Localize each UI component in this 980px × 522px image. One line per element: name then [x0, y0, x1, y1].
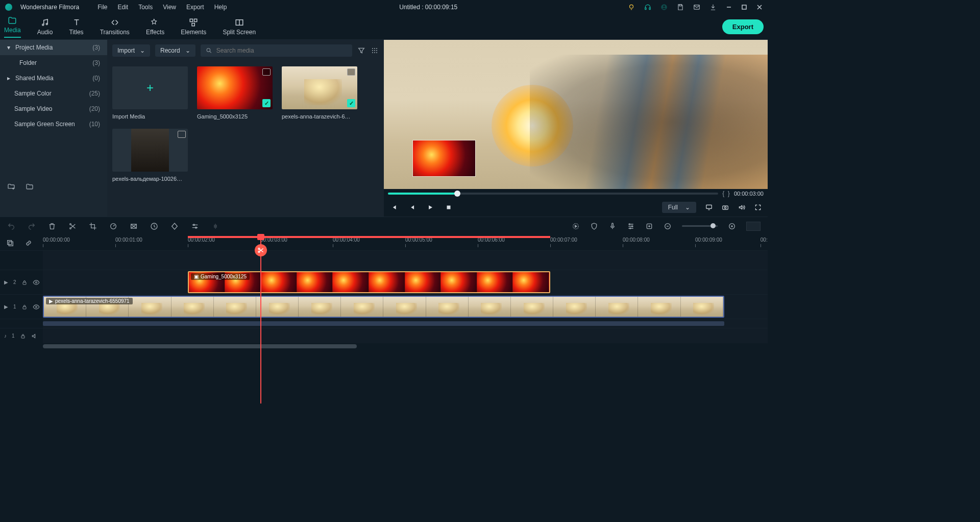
tab-effects[interactable]: Effects [146, 18, 164, 36]
lock-icon[interactable] [21, 304, 28, 310]
grid-view-icon[interactable] [371, 46, 379, 55]
render-icon[interactable] [572, 222, 580, 230]
stop-icon[interactable] [445, 204, 452, 211]
audio-sync-icon[interactable] [211, 222, 219, 230]
timeline-ruler[interactable]: 00:00:00:00 00:00:01:00 00:00:02:00 00:0… [0, 235, 768, 250]
video-track-2[interactable]: ▶2 ▣Gaming_5000x3125 [0, 270, 768, 294]
delete-icon[interactable] [48, 222, 56, 230]
filter-icon[interactable] [357, 46, 365, 55]
media-thumb[interactable]: pexels-вальдемар-10026… [112, 129, 188, 182]
mail-icon[interactable] [693, 4, 700, 11]
zoom-in-icon[interactable] [728, 222, 736, 230]
account-icon[interactable] [660, 4, 668, 11]
marker-add-icon[interactable] [645, 222, 653, 230]
download-icon[interactable] [709, 4, 717, 11]
preview-canvas[interactable] [384, 40, 768, 189]
display-icon[interactable] [705, 204, 713, 211]
video-track-1[interactable]: ▶1 ▶pexels-anna-tarazevich-6550971 [0, 294, 768, 319]
maximize-icon[interactable] [741, 4, 747, 10]
track-type-icon: ♪ [4, 333, 7, 339]
redo-icon[interactable] [28, 222, 36, 230]
record-dropdown[interactable]: Record ⌄ [155, 44, 195, 57]
crop-icon[interactable] [89, 222, 97, 230]
close-icon[interactable] [756, 4, 763, 10]
picture-in-picture-overlay[interactable] [412, 140, 476, 177]
clip-gaming[interactable]: ▣Gaming_5000x3125 [188, 271, 550, 293]
prev-frame-icon[interactable] [390, 204, 397, 211]
svg-point-22 [374, 52, 375, 53]
adjust-icon[interactable] [191, 222, 199, 230]
scrub-knob[interactable] [454, 191, 460, 197]
menu-file[interactable]: File [95, 3, 109, 12]
visibility-icon[interactable] [33, 303, 40, 311]
new-folder-icon[interactable] [7, 183, 15, 191]
zoom-dropdown[interactable]: Full⌄ [662, 202, 696, 213]
preview-scrubber[interactable]: { } 00:00:03:00 [384, 189, 768, 198]
snapshot-icon[interactable] [722, 204, 729, 211]
mixer-icon[interactable] [627, 222, 635, 230]
tab-audio[interactable]: Audio [37, 18, 53, 36]
menu-export[interactable]: Export [184, 3, 206, 12]
idea-icon[interactable] [628, 4, 635, 11]
search-input[interactable] [216, 47, 347, 54]
menu-tools[interactable]: Tools [136, 3, 155, 12]
fullscreen-icon[interactable] [754, 204, 762, 211]
tree-sample-green-screen[interactable]: Sample Green Screen (10) [0, 116, 107, 132]
zoom-slider[interactable] [682, 225, 718, 227]
zoom-out-icon[interactable] [664, 222, 672, 230]
duplicate-icon[interactable] [6, 239, 14, 247]
scissors-icon[interactable] [255, 244, 267, 256]
menu-edit[interactable]: Edit [116, 3, 131, 12]
tab-media[interactable]: Media [4, 16, 21, 38]
audio-clip[interactable] [43, 321, 724, 326]
menu-help[interactable]: Help [212, 3, 229, 12]
tree-sample-video[interactable]: Sample Video (20) [0, 101, 107, 116]
play-icon[interactable] [427, 204, 434, 211]
tree-shared-media[interactable]: ▸ Shared Media (0) [0, 70, 107, 86]
visibility-icon[interactable] [33, 279, 40, 286]
audio-link-track[interactable] [0, 319, 768, 328]
zoom-fit-icon[interactable] [746, 222, 761, 231]
audio-track-1[interactable]: ♪1 [0, 328, 768, 343]
folder-icon[interactable] [26, 183, 34, 191]
import-media-tile[interactable]: + Import Media [112, 66, 188, 120]
search-media[interactable] [201, 44, 352, 57]
svg-rect-10 [190, 19, 193, 21]
speed-dial-icon[interactable] [109, 222, 117, 230]
volume-icon[interactable] [738, 204, 745, 211]
import-dropdown[interactable]: Import ⌄ [112, 44, 150, 57]
export-button[interactable]: Export [722, 19, 764, 34]
tab-split-screen-label: Split Screen [223, 29, 256, 36]
work-area-range[interactable] [188, 236, 550, 238]
tree-sample-color[interactable]: Sample Color (25) [0, 86, 107, 101]
lock-icon[interactable] [21, 279, 28, 286]
playback-controls: Full⌄ [384, 198, 768, 217]
freeze-frame-icon[interactable] [130, 222, 138, 230]
mute-icon[interactable] [31, 333, 38, 340]
media-thumb[interactable]: ✓ pexels-anna-tarazevich-6… [282, 66, 357, 120]
image-badge-icon [262, 68, 271, 76]
playhead[interactable] [260, 235, 261, 404]
menu-view[interactable]: View [161, 3, 178, 12]
link-icon[interactable] [24, 239, 33, 247]
split-icon[interactable] [68, 222, 77, 230]
tab-transitions[interactable]: Transitions [100, 18, 130, 36]
tab-titles[interactable]: Titles [69, 18, 83, 36]
lock-icon[interactable] [20, 333, 26, 339]
timeline-scrollbar[interactable] [0, 343, 768, 349]
clip-main-video[interactable]: ▶pexels-anna-tarazevich-6550971 [43, 296, 724, 318]
tree-project-media[interactable]: ▾ Project Media (3) [0, 40, 107, 55]
tab-elements[interactable]: Elements [181, 18, 206, 36]
voiceover-icon[interactable] [608, 222, 617, 230]
headphones-icon[interactable] [644, 4, 651, 11]
marker-shield-icon[interactable] [590, 222, 598, 230]
tab-split-screen[interactable]: Split Screen [223, 18, 256, 36]
speed-icon[interactable] [150, 222, 158, 230]
minimize-icon[interactable] [726, 4, 732, 10]
step-back-icon[interactable] [408, 204, 415, 211]
undo-icon[interactable] [7, 222, 15, 230]
tree-folder[interactable]: Folder (3) [0, 55, 107, 70]
keyframe-icon[interactable] [170, 222, 179, 230]
media-thumb[interactable]: ✓ Gaming_5000x3125 [197, 66, 273, 120]
save-icon[interactable] [677, 4, 684, 11]
